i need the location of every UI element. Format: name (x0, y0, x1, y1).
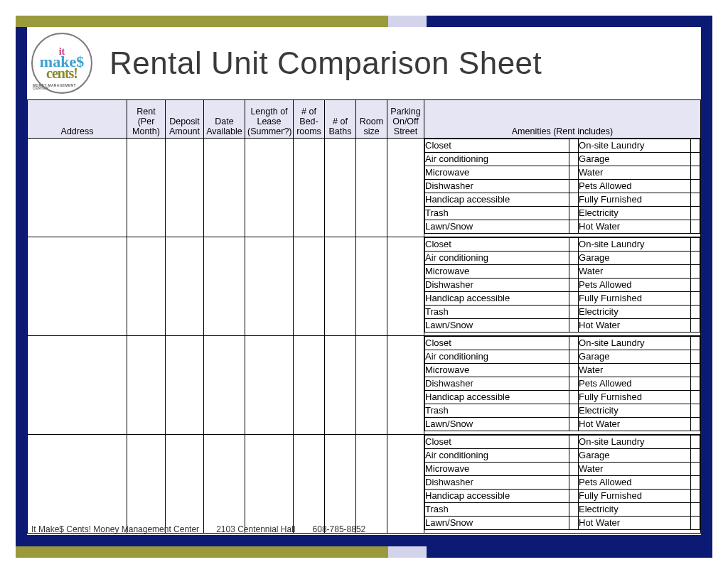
empty-cell[interactable] (127, 435, 166, 534)
empty-cell[interactable] (325, 435, 356, 534)
amenity-checkbox[interactable] (569, 306, 579, 319)
amenity-checkbox[interactable] (691, 220, 700, 234)
amenity-label: Handicap accessible (425, 292, 569, 306)
empty-cell[interactable] (356, 336, 387, 435)
amenity-checkbox[interactable] (691, 337, 700, 350)
empty-cell[interactable] (28, 237, 127, 336)
empty-cell[interactable] (294, 237, 325, 336)
amenity-checkbox[interactable] (691, 350, 700, 364)
amenity-checkbox[interactable] (691, 238, 700, 252)
amenity-checkbox[interactable] (569, 292, 579, 306)
col-address: Address (28, 100, 127, 139)
empty-cell[interactable] (127, 139, 166, 237)
empty-cell[interactable] (325, 139, 356, 237)
amenity-checkbox[interactable] (569, 252, 579, 265)
amenity-checkbox[interactable] (691, 193, 700, 207)
amenity-checkbox[interactable] (691, 319, 700, 333)
empty-cell[interactable] (294, 435, 325, 534)
amenity-checkbox[interactable] (691, 449, 700, 463)
amenity-checkbox[interactable] (569, 166, 579, 180)
amenity-checkbox[interactable] (691, 153, 700, 166)
amenity-checkbox[interactable] (569, 153, 579, 166)
amenity-checkbox[interactable] (691, 476, 700, 490)
empty-cell[interactable] (245, 336, 294, 435)
empty-cell[interactable] (356, 237, 387, 336)
amenity-label: Electricity (579, 404, 691, 418)
empty-cell[interactable] (166, 237, 204, 336)
empty-cell[interactable] (28, 139, 127, 237)
amenity-checkbox[interactable] (691, 436, 700, 449)
empty-cell[interactable] (28, 336, 127, 435)
amenity-checkbox[interactable] (691, 503, 700, 517)
empty-cell[interactable] (127, 336, 166, 435)
amenity-checkbox[interactable] (569, 490, 579, 503)
amenity-checkbox[interactable] (691, 166, 700, 180)
amenity-checkbox[interactable] (569, 207, 579, 220)
amenity-checkbox[interactable] (691, 252, 700, 265)
empty-cell[interactable] (245, 139, 294, 237)
amenity-checkbox[interactable] (569, 180, 579, 193)
amenity-label: Air conditioning (425, 252, 569, 265)
amenity-checkbox[interactable] (691, 306, 700, 319)
amenity-checkbox[interactable] (569, 364, 579, 377)
empty-cell[interactable] (325, 336, 356, 435)
empty-cell[interactable] (245, 237, 294, 336)
empty-cell[interactable] (294, 336, 325, 435)
amenity-checkbox[interactable] (569, 337, 579, 350)
empty-cell[interactable] (166, 139, 204, 237)
amenity-checkbox[interactable] (691, 207, 700, 220)
empty-cell[interactable] (356, 139, 387, 237)
amenity-checkbox[interactable] (569, 404, 579, 418)
amenity-checkbox[interactable] (691, 265, 700, 279)
amenity-checkbox[interactable] (569, 350, 579, 364)
amenity-checkbox[interactable] (569, 238, 579, 252)
amenity-checkbox[interactable] (569, 220, 579, 234)
amenity-checkbox[interactable] (691, 364, 700, 377)
amenity-checkbox[interactable] (569, 193, 579, 207)
amenity-checkbox[interactable] (691, 139, 700, 153)
col-date: Date Available (204, 100, 245, 139)
empty-cell[interactable] (294, 139, 325, 237)
amenity-checkbox[interactable] (691, 292, 700, 306)
empty-cell[interactable] (387, 336, 424, 435)
empty-cell[interactable] (387, 139, 424, 237)
empty-cell[interactable] (356, 435, 387, 534)
amenity-checkbox[interactable] (569, 449, 579, 463)
amenity-checkbox[interactable] (691, 463, 700, 476)
empty-cell[interactable] (204, 237, 245, 336)
amenity-checkbox[interactable] (691, 404, 700, 418)
amenity-checkbox[interactable] (569, 418, 579, 431)
amenity-label: Closet (425, 337, 569, 350)
amenity-checkbox[interactable] (691, 279, 700, 292)
amenity-checkbox[interactable] (569, 319, 579, 333)
amenity-checkbox[interactable] (569, 139, 579, 153)
empty-cell[interactable] (166, 336, 204, 435)
amenity-checkbox[interactable] (569, 503, 579, 517)
empty-cell[interactable] (204, 435, 245, 534)
amenity-checkbox[interactable] (691, 418, 700, 431)
amenity-checkbox[interactable] (569, 391, 579, 404)
amenity-checkbox[interactable] (569, 476, 579, 490)
amenity-checkbox[interactable] (691, 377, 700, 391)
amenity-label: Dishwasher (425, 377, 569, 391)
amenity-checkbox[interactable] (569, 377, 579, 391)
empty-cell[interactable] (166, 435, 204, 534)
empty-cell[interactable] (127, 237, 166, 336)
amenity-checkbox[interactable] (569, 463, 579, 476)
amenity-checkbox[interactable] (569, 517, 579, 530)
empty-cell[interactable] (204, 139, 245, 237)
table-row: ClosetOn-site LaundryAir conditioningGar… (28, 435, 701, 534)
amenity-checkbox[interactable] (691, 180, 700, 193)
empty-cell[interactable] (204, 336, 245, 435)
amenity-checkbox[interactable] (569, 279, 579, 292)
empty-cell[interactable] (28, 435, 127, 534)
amenity-checkbox[interactable] (569, 436, 579, 449)
amenity-checkbox[interactable] (569, 265, 579, 279)
empty-cell[interactable] (245, 435, 294, 534)
amenity-checkbox[interactable] (691, 391, 700, 404)
empty-cell[interactable] (387, 435, 424, 534)
empty-cell[interactable] (325, 237, 356, 336)
amenity-checkbox[interactable] (691, 517, 700, 530)
empty-cell[interactable] (387, 237, 424, 336)
amenity-checkbox[interactable] (691, 490, 700, 503)
